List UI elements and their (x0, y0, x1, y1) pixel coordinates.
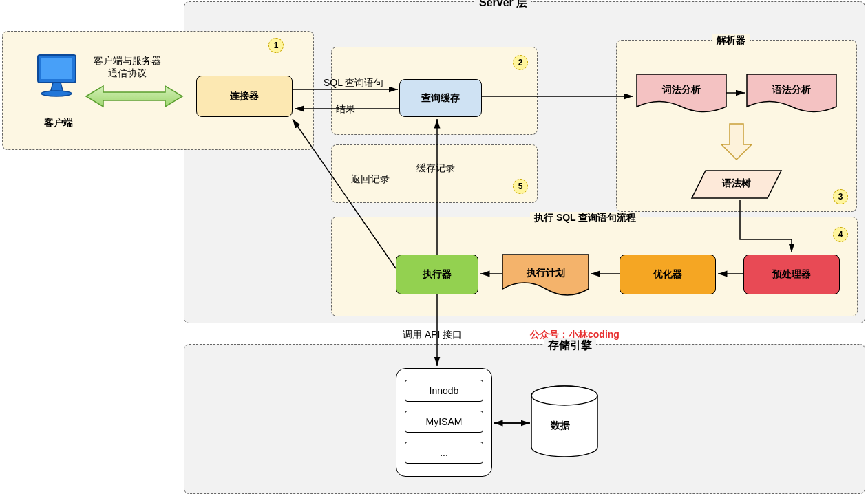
myisam-box: MyISAM (405, 411, 483, 433)
executor-box: 执行器 (396, 255, 478, 294)
return-record-label: 返回记录 (351, 173, 390, 186)
query-cache-box: 查询缓存 (399, 79, 482, 117)
connector-box: 连接器 (196, 76, 293, 117)
badge-3: 3 (833, 189, 848, 204)
ellipsis-box: ... (405, 442, 483, 464)
parser-title: 解析器 (712, 34, 750, 47)
api-call-label: 调用 API 接口 (403, 329, 462, 341)
result-label: 结果 (336, 103, 355, 116)
cache-record-label: 缓存记录 (416, 162, 455, 175)
client-comm-line1: 客户端与服务器 (94, 55, 161, 66)
preprocessor-box: 预处理器 (743, 255, 840, 294)
syntax-tree-label: 语法树 (709, 177, 764, 190)
badge-4: 4 (833, 227, 848, 242)
exec-plan-label: 执行计划 (502, 267, 589, 279)
lex-label: 词法分析 (637, 84, 726, 96)
exec-flow-title: 执行 SQL 查询语句流程 (530, 212, 640, 224)
storage-container (184, 344, 865, 494)
innodb-box: Innodb (405, 380, 483, 402)
data-label: 数据 (551, 420, 570, 432)
client-comm-label: 客户端与服务器 通信协议 (83, 55, 172, 80)
client-label: 客户端 (38, 117, 79, 129)
storage-title: 存储引擎 (544, 338, 596, 353)
badge-1: 1 (268, 38, 284, 53)
syntax-label: 语法分析 (747, 84, 836, 96)
client-comm-line2: 通信协议 (108, 67, 147, 78)
optimizer-box: 优化器 (620, 255, 716, 294)
badge-5: 5 (513, 179, 528, 194)
sql-query-label: SQL 查询语句 (324, 77, 383, 89)
badge-2: 2 (513, 55, 528, 70)
server-layer-title: Server 层 (475, 0, 531, 10)
